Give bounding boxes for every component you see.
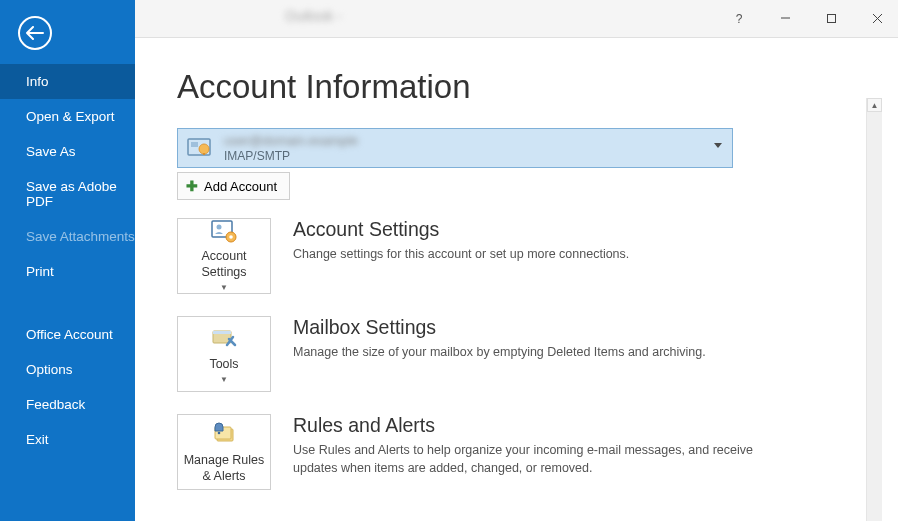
svg-rect-1 bbox=[827, 15, 835, 23]
chevron-down-icon: ▼ bbox=[220, 283, 228, 293]
add-account-button[interactable]: ✚ Add Account bbox=[177, 172, 290, 200]
tile-label: Manage Rules & Alerts bbox=[182, 453, 266, 484]
sidebar-item-exit[interactable]: Exit bbox=[0, 422, 135, 457]
back-button[interactable] bbox=[18, 16, 52, 50]
svg-rect-5 bbox=[191, 142, 198, 147]
chevron-down-icon bbox=[714, 143, 722, 148]
account-card-icon bbox=[184, 134, 216, 162]
sidebar-item-label: Save As bbox=[26, 144, 76, 159]
sidebar-item-label: Exit bbox=[26, 432, 49, 447]
minimize-icon bbox=[780, 13, 791, 24]
account-settings-icon bbox=[209, 219, 239, 245]
account-selector[interactable]: user@domain.example IMAP/SMTP bbox=[177, 128, 733, 168]
section-rules-alerts: Manage Rules & Alerts Rules and Alerts U… bbox=[177, 414, 882, 490]
scrollbar[interactable]: ▲ bbox=[866, 98, 882, 521]
tile-tools[interactable]: Tools ▼ bbox=[177, 316, 271, 392]
section-body: Change settings for this account or set … bbox=[293, 245, 629, 263]
account-email-blurred: user@domain.example bbox=[224, 134, 358, 147]
chevron-down-icon: ▼ bbox=[220, 375, 228, 385]
sidebar-item-label: Options bbox=[26, 362, 73, 377]
minimize-button[interactable] bbox=[772, 6, 798, 32]
svg-point-8 bbox=[217, 225, 222, 230]
window-title-blurred: Outlook - bbox=[285, 8, 342, 24]
sidebar-item-save-as[interactable]: Save As bbox=[0, 134, 135, 169]
sidebar-item-open-export[interactable]: Open & Export bbox=[0, 99, 135, 134]
main-panel: ▲ Account Information user@domain.exampl… bbox=[135, 38, 882, 521]
backstage-sidebar: Info Open & Export Save As Save as Adobe… bbox=[0, 0, 135, 521]
tools-icon bbox=[209, 323, 239, 353]
back-arrow-icon bbox=[26, 26, 44, 40]
rules-alerts-icon bbox=[209, 419, 239, 449]
tile-label: Tools bbox=[209, 357, 238, 373]
section-account-settings: Account Settings ▼ Account Settings Chan… bbox=[177, 218, 882, 294]
section-body: Manage the size of your mailbox by empty… bbox=[293, 343, 706, 361]
section-heading: Rules and Alerts bbox=[293, 414, 753, 437]
add-account-label: Add Account bbox=[204, 179, 277, 194]
tile-label: Account Settings bbox=[182, 249, 266, 280]
account-protocol: IMAP/SMTP bbox=[224, 149, 358, 163]
sidebar-item-label: Save Attachments bbox=[26, 229, 135, 244]
sidebar-item-label: Print bbox=[26, 264, 54, 279]
sidebar-item-save-as-pdf[interactable]: Save as Adobe PDF bbox=[0, 169, 135, 219]
sidebar-item-office-account[interactable]: Office Account bbox=[0, 317, 135, 352]
close-icon bbox=[872, 13, 883, 24]
tile-account-settings[interactable]: Account Settings ▼ bbox=[177, 218, 271, 294]
section-heading: Mailbox Settings bbox=[293, 316, 706, 339]
close-button[interactable] bbox=[864, 6, 890, 32]
svg-point-15 bbox=[218, 432, 221, 435]
page-title: Account Information bbox=[177, 68, 882, 106]
maximize-icon bbox=[826, 13, 837, 24]
sidebar-item-options[interactable]: Options bbox=[0, 352, 135, 387]
section-mailbox-settings: Tools ▼ Mailbox Settings Manage the size… bbox=[177, 316, 882, 392]
svg-point-10 bbox=[229, 236, 233, 240]
scroll-up-icon[interactable]: ▲ bbox=[867, 98, 882, 112]
maximize-button[interactable] bbox=[818, 6, 844, 32]
svg-rect-12 bbox=[213, 331, 231, 334]
sidebar-item-save-attachments: Save Attachments bbox=[0, 219, 135, 254]
help-icon: ? bbox=[736, 12, 743, 26]
sidebar-item-label: Open & Export bbox=[26, 109, 115, 124]
help-button[interactable]: ? bbox=[726, 6, 752, 32]
svg-point-6 bbox=[203, 153, 205, 155]
section-body: Use Rules and Alerts to help organize yo… bbox=[293, 441, 753, 477]
sidebar-item-label: Feedback bbox=[26, 397, 85, 412]
sidebar-spacer bbox=[0, 289, 135, 317]
sidebar-item-label: Save as Adobe PDF bbox=[26, 179, 117, 209]
plus-icon: ✚ bbox=[186, 178, 198, 194]
sidebar-item-label: Info bbox=[26, 74, 49, 89]
sidebar-item-print[interactable]: Print bbox=[0, 254, 135, 289]
tile-manage-rules[interactable]: Manage Rules & Alerts bbox=[177, 414, 271, 490]
sidebar-item-label: Office Account bbox=[26, 327, 113, 342]
titlebar: Outlook - ? bbox=[135, 0, 898, 38]
sidebar-item-info[interactable]: Info bbox=[0, 64, 135, 99]
sidebar-item-feedback[interactable]: Feedback bbox=[0, 387, 135, 422]
section-heading: Account Settings bbox=[293, 218, 629, 241]
